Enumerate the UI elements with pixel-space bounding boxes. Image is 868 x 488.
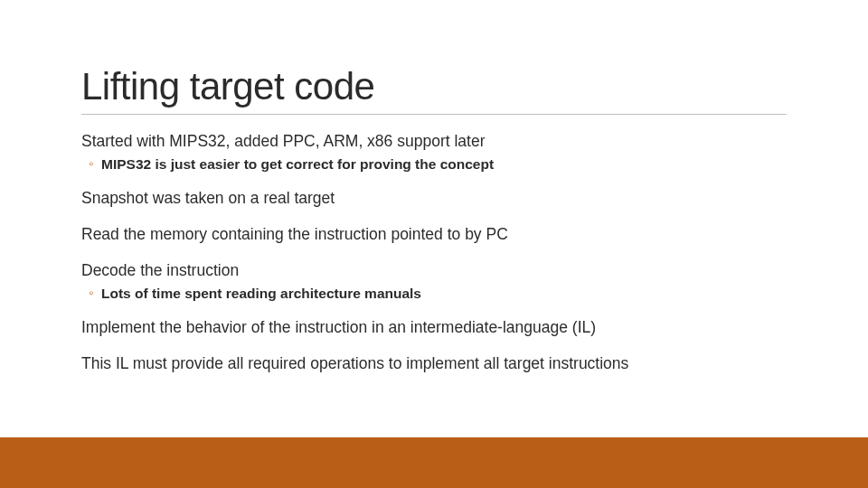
body-line-1: Started with MIPS32, added PPC, ARM, x86… xyxy=(81,132,796,152)
slide-title: Lifting target code xyxy=(81,65,374,108)
slide-body: Started with MIPS32, added PPC, ARM, x86… xyxy=(81,132,796,374)
body-line-4: Decode the instruction xyxy=(81,261,796,281)
body-line-5: Implement the behavior of the instructio… xyxy=(81,318,796,338)
slide: Lifting target code Started with MIPS32,… xyxy=(0,0,868,488)
title-underline xyxy=(81,114,787,115)
body-line-6: This IL must provide all required operat… xyxy=(81,354,796,374)
body-subline-4a: Lots of time spent reading architecture … xyxy=(81,285,796,302)
body-line-3: Read the memory containing the instructi… xyxy=(81,225,796,245)
body-line-2: Snapshot was taken on a real target xyxy=(81,189,796,209)
footer-bar xyxy=(0,437,868,488)
body-subline-1a: MIPS32 is just easier to get correct for… xyxy=(81,155,796,173)
